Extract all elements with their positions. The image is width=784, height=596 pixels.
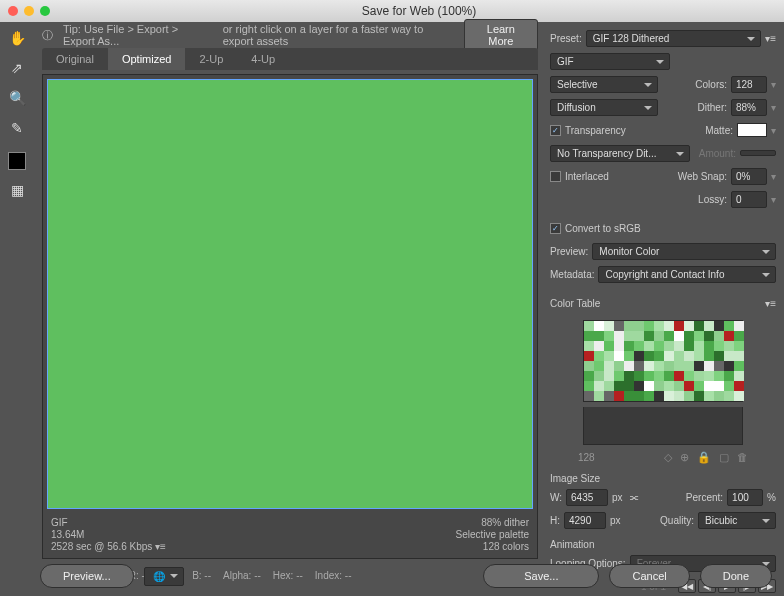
color-reduction-select[interactable]: Selective bbox=[550, 76, 658, 93]
slice-select-tool-icon[interactable]: ⇗ bbox=[5, 58, 29, 78]
image-size-label: Image Size bbox=[550, 473, 776, 484]
percent-label: Percent: bbox=[686, 492, 723, 503]
lossy-label: Lossy: bbox=[698, 194, 727, 205]
animation-label: Animation bbox=[550, 539, 776, 550]
info-download-time[interactable]: 2528 sec @ 56.6 Kbps ▾≡ bbox=[51, 541, 166, 552]
lossy-stepper-icon[interactable]: ▾ bbox=[771, 194, 776, 205]
window-minimize-icon[interactable] bbox=[24, 6, 34, 16]
preview-panel: GIF 13.64M 2528 sec @ 56.6 Kbps ▾≡ 88% d… bbox=[42, 74, 538, 559]
transparency-dither-select[interactable]: No Transparency Dit... bbox=[550, 145, 690, 162]
color-table-empty bbox=[583, 407, 743, 445]
toolstrip: ✋ ⇗ 🔍 ✎ ▦ bbox=[0, 22, 34, 596]
window-close-icon[interactable] bbox=[8, 6, 18, 16]
settings-panel: Preset: GIF 128 Dithered ▾≡ GIF Selectiv… bbox=[546, 22, 784, 596]
amount-input bbox=[740, 150, 776, 156]
websnap-label: Web Snap: bbox=[678, 171, 727, 182]
amount-label: Amount: bbox=[699, 148, 736, 159]
preset-label: Preset: bbox=[550, 33, 582, 44]
dither-method-select[interactable]: Diffusion bbox=[550, 99, 658, 116]
done-button[interactable]: Done bbox=[700, 564, 772, 588]
quality-select[interactable]: Bicubic bbox=[698, 512, 776, 529]
color-table-count: 128 bbox=[578, 452, 595, 463]
interlaced-label: Interlaced bbox=[565, 171, 609, 182]
eyedropper-tool-icon[interactable]: ✎ bbox=[5, 118, 29, 138]
interlaced-checkbox[interactable] bbox=[550, 171, 561, 182]
lossy-input[interactable]: 0 bbox=[731, 191, 767, 208]
matte-dropdown-icon[interactable]: ▾ bbox=[771, 125, 776, 136]
dither-stepper-icon[interactable]: ▾ bbox=[771, 102, 776, 113]
dialog-footer: Preview... 🌐 Save... Cancel Done bbox=[40, 564, 772, 588]
link-icon[interactable]: ⫘ bbox=[629, 492, 639, 503]
color-table-label: Color Table bbox=[550, 298, 600, 309]
hand-tool-icon[interactable]: ✋ bbox=[5, 28, 29, 48]
info-dither: 88% dither bbox=[456, 517, 529, 528]
colors-label: Colors: bbox=[695, 79, 727, 90]
dither-label: Dither: bbox=[698, 102, 727, 113]
color-table[interactable] bbox=[583, 320, 743, 402]
ct-lock-icon[interactable]: 🔒 bbox=[697, 451, 711, 464]
tip-suffix: or right click on a layer for a faster w… bbox=[223, 23, 454, 47]
window-zoom-icon[interactable] bbox=[40, 6, 50, 16]
tab-optimized[interactable]: Optimized bbox=[108, 48, 186, 70]
info-format: GIF bbox=[51, 517, 166, 528]
height-label: H: bbox=[550, 515, 560, 526]
titlebar: Save for Web (100%) bbox=[0, 0, 784, 22]
tab-2up[interactable]: 2-Up bbox=[185, 48, 237, 70]
info-icon: ⓘ bbox=[42, 28, 53, 43]
color-table-menu-icon[interactable]: ▾≡ bbox=[765, 298, 776, 309]
width-unit: px bbox=[612, 492, 623, 503]
matte-label: Matte: bbox=[705, 125, 733, 136]
zoom-tool-icon[interactable]: 🔍 bbox=[5, 88, 29, 108]
format-select[interactable]: GIF bbox=[550, 53, 670, 70]
info-colors: 128 colors bbox=[456, 541, 529, 552]
tab-original[interactable]: Original bbox=[42, 48, 108, 70]
height-unit: px bbox=[610, 515, 621, 526]
save-button[interactable]: Save... bbox=[483, 564, 599, 588]
preview-tabs: Original Optimized 2-Up 4-Up bbox=[42, 48, 538, 70]
dither-input[interactable]: 88% bbox=[731, 99, 767, 116]
percent-symbol: % bbox=[767, 492, 776, 503]
info-filesize: 13.64M bbox=[51, 529, 166, 540]
srgb-checkbox[interactable]: ✓ bbox=[550, 223, 561, 234]
ct-transparency-icon[interactable]: ◇ bbox=[664, 451, 672, 464]
preview-select[interactable]: Monitor Color bbox=[592, 243, 776, 260]
colors-input[interactable]: 128 bbox=[731, 76, 767, 93]
preset-select[interactable]: GIF 128 Dithered bbox=[586, 30, 761, 47]
tip-bar: ⓘ Tip: Use File > Export > Export As... … bbox=[34, 22, 546, 48]
metadata-label: Metadata: bbox=[550, 269, 594, 280]
ct-delete-icon[interactable]: 🗑 bbox=[737, 451, 748, 464]
matte-swatch[interactable] bbox=[737, 123, 767, 137]
tip-prefix: Tip: Use File > Export > Export As... bbox=[63, 23, 213, 47]
metadata-select[interactable]: Copyright and Contact Info bbox=[598, 266, 776, 283]
window-title: Save for Web (100%) bbox=[62, 4, 776, 18]
preview-button[interactable]: Preview... bbox=[40, 564, 134, 588]
quality-label: Quality: bbox=[660, 515, 694, 526]
learn-more-button[interactable]: Learn More bbox=[464, 19, 538, 51]
height-input[interactable]: 4290 bbox=[564, 512, 606, 529]
websnap-stepper-icon[interactable]: ▾ bbox=[771, 171, 776, 182]
transparency-checkbox[interactable]: ✓ bbox=[550, 125, 561, 136]
websnap-input[interactable]: 0% bbox=[731, 168, 767, 185]
preview-label: Preview: bbox=[550, 246, 588, 257]
info-palette: Selective palette bbox=[456, 529, 529, 540]
cancel-button[interactable]: Cancel bbox=[609, 564, 689, 588]
colors-stepper-icon[interactable]: ▾ bbox=[771, 79, 776, 90]
ct-new-icon[interactable]: ▢ bbox=[719, 451, 729, 464]
percent-input[interactable]: 100 bbox=[727, 489, 763, 506]
ct-websafe-icon[interactable]: ⊕ bbox=[680, 451, 689, 464]
width-label: W: bbox=[550, 492, 562, 503]
transparency-label: Transparency bbox=[565, 125, 626, 136]
browser-preview-select[interactable]: 🌐 bbox=[144, 567, 184, 586]
srgb-label: Convert to sRGB bbox=[565, 223, 641, 234]
width-input[interactable]: 6435 bbox=[566, 489, 608, 506]
preset-menu-icon[interactable]: ▾≡ bbox=[765, 33, 776, 44]
eyedropper-color-swatch[interactable] bbox=[8, 152, 26, 170]
preview-canvas[interactable] bbox=[47, 79, 533, 509]
tab-4up[interactable]: 4-Up bbox=[237, 48, 289, 70]
toggle-slices-icon[interactable]: ▦ bbox=[5, 180, 29, 200]
